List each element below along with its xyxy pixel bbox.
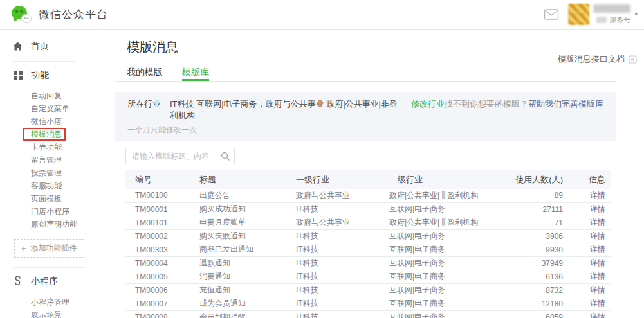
account-caret-down-icon[interactable]: ▾ [634,12,638,17]
table-row: TM00008会员到期提醒IT科技互联网|电子商务6059详情 [125,310,611,318]
sidebar: 首页 功能 自动回复自定义菜单微信小店模板消息卡券功能留言管理投票管理客服功能页… [0,30,104,318]
primary-industry-cell: 政府与公共事业 [296,216,389,229]
add-plugin-button[interactable]: + 添加功能插件 [14,239,84,258]
page-title: 模版消息 [127,39,616,56]
template-help-text: 找不到你想要的模版？帮助我们完善模版库 [445,98,603,110]
sidebar-item-vote-management[interactable]: 投票管理 [31,166,104,179]
sidebar-item-miniprogram-management[interactable]: 小程序管理 [31,296,104,308]
user-count-cell: 27111 [508,202,566,216]
template-title-cell: 购买失败通知 [199,229,296,243]
template-title-cell: 电费月度账单 [199,216,296,229]
sidebar-item-label: 页面模板 [31,194,62,203]
detail-link[interactable]: 详情 [590,218,605,227]
template-title-cell: 会员到期提醒 [199,310,296,318]
secondary-industry-cell: 互联网|电子商务 [389,202,508,216]
main-content: 模版消息 我的模版 模版库 所在行业 IT科技 互联网|电子商务，政府与公共事业… [115,30,616,318]
info-cell: 详情 [566,229,611,243]
info-cell: 详情 [566,256,611,270]
table-body: TM00100出庭公告政府与公共事业政府|公共事业|非盈利机构89详情TM000… [125,189,611,318]
account-avatar[interactable] [568,4,589,25]
sidebar-item-auto-reply[interactable]: 自动回复 [31,89,104,102]
secondary-industry-cell: 政府|公共事业|非盈利机构 [389,189,508,202]
detail-link[interactable]: 详情 [590,231,605,240]
primary-industry-cell: IT科技 [296,243,389,256]
sidebar-item-customer-service[interactable]: 客服功能 [31,179,104,192]
sidebar-item-original-statement[interactable]: 原创声明功能 [31,218,104,231]
detail-link[interactable]: 详情 [590,312,605,318]
sidebar-divider [13,61,75,62]
modify-limit-note: 一个月只能修改一次 [127,125,603,136]
template-id-cell: TM00005 [125,270,199,283]
account-type-label: 服务号 [609,15,630,25]
user-count-cell: 3906 [508,229,566,243]
template-message-api-doc-link[interactable]: 模版消息接口文档 [558,53,637,65]
primary-industry-cell: IT科技 [296,202,389,216]
info-cell: 详情 [566,189,611,202]
template-title-cell: 商品已发出通知 [199,243,296,256]
grid-icon [13,71,23,80]
add-plugin-label: 添加功能插件 [31,243,77,254]
table-header-row: 编号标题一级行业二级行业使用人数(人)信息 [125,170,611,189]
sidebar-item-store-miniprogram[interactable]: 门店小程序 [31,205,104,218]
primary-industry-cell: 政府与公共事业 [296,189,389,202]
search-input[interactable] [126,148,215,164]
message-envelope-icon[interactable] [544,8,559,21]
miniprogram-icon [13,277,23,287]
template-table-wrap: 编号标题一级行业二级行业使用人数(人)信息 TM00100出庭公告政府与公共事业… [125,170,611,318]
secondary-industry-cell: 互联网|电子商务 [389,270,508,283]
sidebar-item-comment-management[interactable]: 留言管理 [31,154,104,166]
sidebar-item-page-template[interactable]: 页面模板 [31,192,104,205]
sidebar-item-card-coupon[interactable]: 卡券功能 [31,141,104,154]
sidebar-item-wechat-store[interactable]: 微信小店 [31,115,104,128]
tab-template-library[interactable]: 模版库 [182,64,209,81]
sidebar-item-label: 门店小程序 [31,207,69,216]
table-row: TM00006充值通知IT科技互联网|电子商务8732详情 [125,283,611,297]
template-title-cell: 购买成功通知 [199,202,296,216]
info-cell: 详情 [566,243,611,256]
secondary-industry-cell: 互联网|电子商务 [389,310,508,318]
sidebar-features-label: 功能 [31,69,49,81]
improve-library-link[interactable]: 帮助我们完善模版库 [528,99,603,109]
sidebar-feature-list: 自动回复自定义菜单微信小店模板消息卡券功能留言管理投票管理客服功能页面模板门店小… [31,89,104,231]
secondary-industry-cell: 互联网|电子商务 [389,229,508,243]
wechat-logo-icon [12,6,32,23]
template-id-cell: TM00006 [125,283,199,297]
template-title-cell: 消费通知 [199,270,296,283]
detail-link[interactable]: 详情 [590,299,605,308]
detail-link[interactable]: 详情 [590,285,605,294]
user-count-cell: 8732 [508,283,566,297]
template-id-cell: TM00100 [125,189,199,202]
sidebar-item-home[interactable]: 首页 [13,40,104,53]
sidebar-item-custom-menu[interactable]: 自定义菜单 [31,102,104,115]
search-row [125,148,616,164]
user-count-cell: 71 [508,216,566,229]
modify-industry-link[interactable]: 修改行业 [411,98,445,110]
detail-link[interactable]: 详情 [590,272,605,281]
detail-link[interactable]: 详情 [590,191,605,200]
sidebar-item-display-scene[interactable]: 展示场景 [31,308,104,318]
sidebar-item-features[interactable]: 功能 [13,69,104,82]
sidebar-item-template-message[interactable]: 模板消息 [31,128,104,141]
account-area: 服务号 ▾ [544,4,638,25]
primary-industry-cell: IT科技 [296,297,389,310]
template-title-cell: 退款通知 [199,256,296,270]
template-id-cell: TM00008 [125,310,199,318]
detail-link[interactable]: 详情 [590,258,605,267]
search-icon[interactable] [221,152,230,161]
template-title-cell: 充值通知 [199,283,296,297]
home-icon [13,42,23,51]
detail-link[interactable]: 详情 [590,204,605,213]
template-id-cell: TM00004 [125,256,199,270]
table-row: TM00101电费月度账单政府与公共事业政府|公共事业|非盈利机构71详情 [125,216,611,229]
tab-my-templates[interactable]: 我的模版 [127,64,163,81]
template-id-cell: TM00002 [125,229,199,243]
sidebar-item-label: 投票管理 [31,168,62,177]
industry-label: 所在行业 [127,98,161,110]
account-info[interactable]: 服务号 [593,4,630,25]
template-title-cell: 出庭公告 [199,189,296,202]
sidebar-item-label: 自动回复 [31,91,62,100]
template-title-cell: 成为会员通知 [199,297,296,310]
detail-link[interactable]: 详情 [590,245,605,254]
sidebar-item-miniprogram[interactable]: 小程序 [13,275,104,288]
primary-industry-cell: IT科技 [296,310,389,318]
